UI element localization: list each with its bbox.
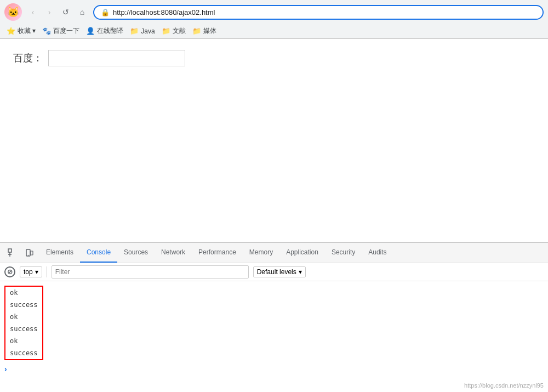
console-line-5: ok (5, 335, 42, 347)
levels-label: Default levels (257, 268, 296, 276)
tab-elements[interactable]: Elements (39, 243, 80, 263)
bookmark-label-media: 媒体 (203, 26, 216, 36)
ssl-icon: 🔒 (101, 8, 110, 16)
forward-button[interactable]: › (42, 4, 57, 20)
watermark: https://blog.csdn.net/nzzynl95 (464, 382, 544, 389)
tab-performance[interactable]: Performance (192, 243, 243, 263)
console-line-6: success (5, 347, 42, 359)
tab-network[interactable]: Network (155, 243, 192, 263)
devtools-toolbar: Elements Console Sources Network Perform… (0, 243, 548, 263)
levels-arrow-icon: ▾ (299, 268, 302, 276)
browser-chrome: 🐱 ‹ › ↺ ⌂ 🔒 ⭐ 收藏 ▾ 🐾 百度一下 👤 在线翻译 📁 Java (0, 0, 548, 39)
devtools-device-button[interactable] (22, 243, 37, 263)
bookmark-item-java[interactable]: 📁 Java (130, 27, 155, 35)
context-value: top (24, 268, 33, 276)
avatar: 🐱 (4, 3, 22, 21)
back-button[interactable]: ‹ (25, 4, 41, 20)
tab-application[interactable]: Application (279, 243, 325, 263)
address-bar-wrapper: 🔒 (93, 5, 544, 20)
console-bar-divider (47, 266, 47, 277)
console-caret-icon: › (4, 365, 7, 373)
star-icon: ⭐ (7, 27, 15, 35)
console-block-icon: ⊘ (4, 266, 15, 277)
bookmark-item-media[interactable]: 📁 媒体 (192, 26, 216, 36)
tab-memory[interactable]: Memory (243, 243, 279, 263)
devtools-tabs: Elements Console Sources Network Perform… (39, 243, 544, 263)
bookmark-item-baidu[interactable]: 🐾 百度一下 (42, 26, 79, 36)
bookmark-item-favorites[interactable]: ⭐ 收藏 ▾ (7, 26, 36, 36)
baidu-label: 百度： (13, 52, 43, 65)
paw-icon: 🐾 (42, 27, 51, 35)
console-line-2: success (5, 299, 42, 311)
console-levels-selector[interactable]: Default levels ▾ (253, 266, 306, 277)
tab-console[interactable]: Console (80, 243, 117, 263)
folder-docs-icon: 📁 (162, 27, 170, 35)
baidu-search-input[interactable] (48, 50, 185, 66)
console-line-1: ok (5, 287, 42, 299)
bookmark-label-docs: 文献 (173, 26, 186, 36)
bookmark-item-translate[interactable]: 👤 在线翻译 (86, 26, 123, 36)
bookmark-label-baidu: 百度一下 (53, 26, 79, 36)
console-line-4: success (5, 323, 42, 335)
devtools-panel: Elements Console Sources Network Perform… (0, 242, 548, 392)
context-arrow-icon: ▾ (35, 268, 38, 276)
bookmark-label-favorites: 收藏 ▾ (18, 26, 36, 36)
console-filter-input[interactable] (52, 265, 249, 279)
tab-sources[interactable]: Sources (117, 243, 155, 263)
refresh-button[interactable]: ↺ (58, 4, 73, 20)
devtools-inspect-button[interactable] (4, 243, 20, 263)
svg-rect-4 (31, 251, 33, 255)
bookmarks-bar: ⭐ 收藏 ▾ 🐾 百度一下 👤 在线翻译 📁 Java 📁 文献 📁 媒体 (0, 24, 548, 38)
tab-security[interactable]: Security (325, 243, 362, 263)
svg-rect-0 (8, 249, 12, 252)
bookmark-label-translate: 在线翻译 (97, 26, 123, 36)
folder-media-icon: 📁 (192, 27, 201, 35)
nav-buttons: ‹ › ↺ ⌂ (25, 4, 90, 20)
page-content: 百度： (0, 39, 548, 242)
browser-toolbar: 🐱 ‹ › ↺ ⌂ 🔒 (0, 0, 548, 24)
address-bar[interactable] (113, 8, 536, 16)
home-button[interactable]: ⌂ (75, 4, 90, 20)
svg-point-5 (28, 255, 28, 255)
bookmark-label-java: Java (141, 27, 155, 35)
baidu-search: 百度： (13, 50, 535, 66)
folder-java-icon: 📁 (130, 27, 139, 35)
console-line-3: ok (5, 311, 42, 323)
console-context-selector[interactable]: top ▾ (20, 266, 42, 277)
tab-audits[interactable]: Audits (362, 243, 393, 263)
console-output: ok success ok success ok success › (0, 281, 548, 392)
translate-icon: 👤 (86, 27, 95, 35)
devtools-console-bar: ⊘ top ▾ Default levels ▾ (0, 263, 548, 281)
console-caret-row[interactable]: › (0, 362, 548, 376)
bookmark-item-docs[interactable]: 📁 文献 (162, 26, 186, 36)
console-log-box: ok success ok success ok success (4, 286, 43, 360)
